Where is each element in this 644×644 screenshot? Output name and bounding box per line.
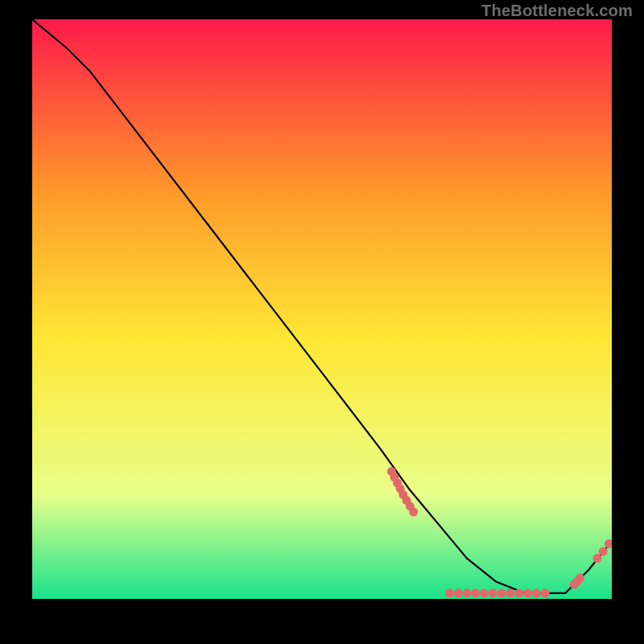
watermark-text: TheBottleneck.com (481, 2, 633, 20)
marker-bottom-cluster (506, 588, 515, 597)
marker-bottom-cluster (471, 588, 480, 597)
marker-bottom-cluster (523, 588, 532, 597)
chart-svg (32, 19, 612, 599)
marker-right-cluster (576, 574, 584, 583)
marker-right-cluster (599, 547, 608, 555)
marker-bottom-cluster (489, 588, 497, 597)
marker-bottom-cluster (497, 588, 506, 597)
chart-frame: TheBottleneck.com (0, 0, 644, 644)
gradient-bg (32, 19, 612, 599)
marker-bottom-cluster (454, 588, 463, 597)
marker-bottom-cluster (541, 588, 550, 597)
marker-right-cluster (593, 554, 602, 563)
marker-left-cluster (409, 508, 418, 517)
plot-area (32, 19, 612, 599)
marker-bottom-cluster (445, 588, 454, 597)
marker-bottom-cluster (480, 588, 489, 597)
marker-bottom-cluster (514, 588, 523, 597)
marker-bottom-cluster (532, 588, 541, 597)
marker-bottom-cluster (463, 588, 472, 597)
